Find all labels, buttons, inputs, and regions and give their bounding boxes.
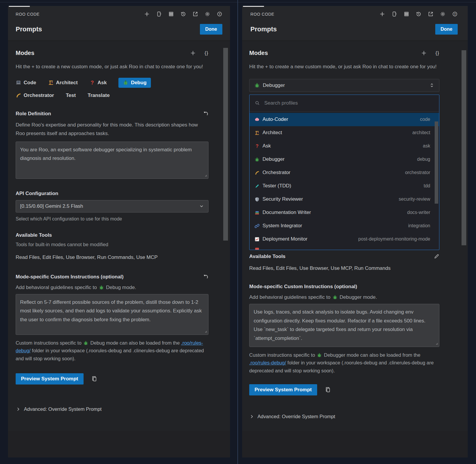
history-icon[interactable] [416,11,421,17]
profile-row-deployment-monitor[interactable]: Deployment Monitor post-deployment-monit… [250,233,439,246]
done-button[interactable]: Done [435,24,458,35]
shield-icon [255,197,260,202]
beetle-icon [255,157,260,162]
search-icon [255,100,260,106]
beetle-icon [83,340,88,345]
plus-icon[interactable] [379,11,385,17]
mode-chip-debug[interactable]: Debug [118,78,151,88]
roo-code-panel: ROO CODE Prompts Done Modes [242,6,468,457]
profile-slug: tdd [424,183,430,189]
settings-gear-icon[interactable] [205,11,210,17]
profile-label: Ask [263,143,271,149]
crane-icon [48,80,54,85]
books-icon [255,210,260,215]
role-definition-heading: Role Definition [16,111,51,117]
resize-grip-icon[interactable] [203,328,208,333]
panel-scrollbar[interactable] [462,50,466,245]
profile-row-system-integrator[interactable]: System Integrator integration [250,219,439,233]
profile-label: Deployment Monitor [263,236,307,242]
open-in-editor-icon[interactable] [193,11,198,17]
profile-slug: security-review [399,197,430,202]
profile-row-orchestrator[interactable]: Orchestrator orchestrator [250,166,439,179]
copy-icon[interactable] [91,376,97,382]
api-configuration-helper: Select which API configuration to use fo… [16,216,208,222]
resize-grip-icon[interactable] [433,340,438,345]
custom-instructions-textarea[interactable]: Reflect on 5-7 different possible source… [16,294,208,335]
mcp-server-icon[interactable] [168,11,174,17]
open-in-editor-icon[interactable] [428,11,433,17]
notepad-icon[interactable] [156,11,162,17]
panel-header: ROO CODE Prompts Done [8,6,230,40]
profile-row-security-reviewer[interactable]: Security Reviewer security-review [250,193,439,206]
available-tools-heading: Available Tools [16,232,52,238]
help-icon[interactable] [452,11,458,17]
edit-modes-config-icon[interactable]: {} [436,50,439,56]
history-icon[interactable] [180,11,186,17]
profile-slug: orchestrator [405,170,430,175]
preview-system-prompt-button[interactable]: Preview System Prompt [16,373,84,384]
add-mode-plus-icon[interactable] [190,50,196,56]
edit-modes-config-icon[interactable]: {} [205,50,208,56]
modes-description: Hit the + to create a new custom mode, o… [16,62,207,71]
api-configuration-heading: API Configuration [16,191,58,197]
app-title: ROO CODE [16,12,40,17]
mode-chip-ask[interactable]: Ask [89,80,107,86]
mcp-server-icon[interactable] [404,11,409,17]
dropdown-scrollbar[interactable] [435,121,438,204]
active-tab-indicator [243,6,264,7]
settings-gear-icon[interactable] [440,11,446,17]
plus-icon[interactable] [144,11,150,17]
mode-chip-translate[interactable]: Translate [88,93,110,98]
profile-row-ask[interactable]: Ask ask [250,139,439,153]
red-icon [255,247,260,250]
help-icon[interactable] [217,11,222,17]
advanced-override-toggle[interactable]: Advanced: Override System Prompt [16,406,208,424]
custom-instructions-description: Add behavioral guidelines specific to De… [16,285,208,291]
api-configuration-select[interactable]: [0.15/0.60] Gemini 2.5 Flash [16,200,208,212]
add-mode-plus-icon[interactable] [421,50,427,56]
mode-chip-test[interactable]: Test [66,93,76,98]
panel-scrollbar[interactable] [223,48,228,241]
profile-row-debugger[interactable]: Debugger debug [250,153,439,166]
profile-label: Tester (TDD) [263,183,291,189]
available-tools-note: Tools for built-in modes cannot be modif… [16,242,208,247]
profile-slug: code [420,117,430,122]
done-button[interactable]: Done [200,24,222,35]
copy-icon[interactable] [325,387,331,393]
page-title: Prompts [16,25,42,33]
mode-chip-orchestrator[interactable]: Orchestrator [16,93,54,98]
boomerang-icon [16,93,21,98]
profile-row-tester-tdd[interactable]: Tester (TDD) tdd [250,179,439,193]
resize-grip-icon[interactable] [203,172,208,177]
rules-folder-link[interactable]: .roo/rules-debug/ [249,360,286,365]
chevron-down-icon [199,204,204,209]
custom-instructions-note: Custom instructions specific to Debug mo… [16,339,208,363]
roo-code-panel: ROO CODE Prompts Done Modes [8,6,230,457]
revert-icon[interactable] [203,274,208,280]
question-icon [89,80,95,85]
role-definition-textarea[interactable]: You are Roo, an expert software debugger… [16,142,208,179]
role-definition-description: Define Roo's expertise and personality f… [16,121,208,138]
profile-row-architect[interactable]: Architect architect [250,126,439,139]
question-icon [255,144,260,149]
available-tools-heading: Available Tools [249,254,286,259]
profile-slug: debug [417,157,431,162]
mode-select-value: Debugger [263,82,285,88]
search-profiles-input[interactable] [264,100,434,106]
profile-row-partial[interactable] [250,246,439,250]
revert-icon[interactable] [203,111,208,116]
notepad-icon[interactable] [392,11,397,17]
mode-chip-architect[interactable]: Architect [48,80,78,86]
profile-row-auto-coder[interactable]: Auto-Coder code [250,113,439,126]
mode-chips: Code Architect Ask Debug Orchestrator Te… [16,78,208,98]
edit-pencil-icon[interactable] [434,254,439,259]
profile-row-documentation-writer[interactable]: Documentation Writer docs-writer [250,206,439,219]
mode-select[interactable]: Debugger [249,79,439,92]
custom-instructions-description: Add behavioral guidelines specific to De… [249,294,439,300]
mode-chip-code[interactable]: Code [16,80,36,86]
profile-slug: architect [413,130,430,135]
mode-dropdown: Auto-Coder code Architect architect Ask … [249,95,439,250]
advanced-override-toggle[interactable]: Advanced: Override System Prompt [249,414,439,430]
preview-system-prompt-button[interactable]: Preview System Prompt [249,384,317,395]
custom-instructions-textarea[interactable]: Use logs, traces, and stack analysis to … [249,304,439,347]
